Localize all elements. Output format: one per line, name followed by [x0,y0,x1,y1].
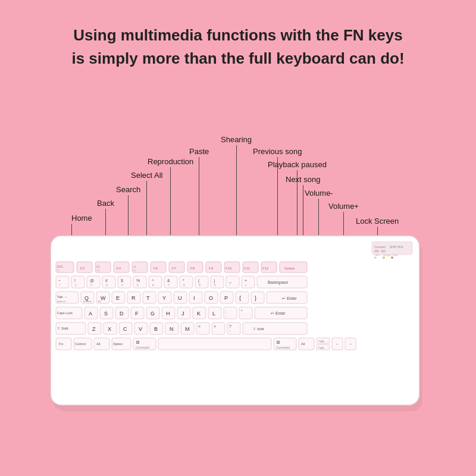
svg-text:Command: Command [136,346,149,349]
svg-text:R: R [131,295,136,301]
main-container: Using multimedia functions with the FN k… [0,0,476,476]
svg-text:⊙: ⊙ [133,265,136,268]
svg-text:Caps Lock: Caps Lock [57,311,73,315]
svg-rect-180 [158,338,271,350]
svg-text:F6: F6 [154,267,158,270]
svg-text:F3: F3 [96,269,99,272]
svg-text:E: E [116,295,120,301]
svg-text:A: A [89,311,92,317]
svg-text:G: G [151,311,155,317]
keyboard-svg: Connect SHIFT/FN CaPs Charge Power ESC F… [48,231,428,415]
svg-text::: : [226,309,227,314]
svg-text:$: $ [121,278,123,283]
svg-text:J: J [181,311,184,317]
svg-text:F5: F5 [133,269,136,272]
svg-text:L: L [212,311,215,317]
svg-rect-102 [189,292,202,303]
svg-rect-1 [51,236,419,405]
svg-text:⇧ Shift: ⇧ Shift [57,327,68,330]
svg-text:PgUp: PgUp [318,340,325,343]
svg-text:7: 7 [168,283,170,287]
svg-text:←: ← [336,342,339,346]
svg-text:~: ~ [58,278,61,283]
svg-text:>: > [214,324,216,328]
title-line2: is simply more than the full keyboard ca… [71,49,404,67]
svg-text:SHIFT/FN: SHIFT/FN [390,245,403,249]
svg-text:OS: OS [98,300,101,303]
svg-text:}: } [255,295,256,301]
svg-text:Connect: Connect [374,245,386,249]
svg-text:F10: F10 [226,267,232,270]
svg-rect-69 [195,276,208,288]
svg-text:F: F [135,311,139,317]
svg-text:M: M [185,326,190,332]
svg-text:Command: Command [276,346,290,349]
svg-text:6: 6 [152,283,154,287]
svg-text:.: . [214,329,215,333]
svg-text:#: # [105,278,108,283]
svg-rect-51 [102,276,115,288]
svg-rect-6 [381,250,386,252]
svg-text:F12: F12 [262,267,269,270]
svg-rect-45 [71,276,84,288]
svg-text:T: T [146,295,150,301]
svg-text:F2: F2 [80,267,85,270]
svg-text:2: 2 [90,283,92,287]
svg-text:': ' [242,314,242,318]
svg-rect-21 [114,262,129,273]
svg-text:+: + [245,278,247,283]
svg-text:8: 8 [183,283,185,287]
svg-text:%: % [136,278,140,283]
svg-text:&: & [167,278,170,283]
svg-text:): ) [214,278,215,283]
svg-text:⌘: ⌘ [276,340,280,345]
svg-text:Option: Option [113,342,123,346]
svg-text:V: V [139,326,142,332]
svg-text:?: ? [229,324,231,328]
svg-text:X: X [108,326,111,332]
svg-text:;: ; [226,314,227,318]
svg-text:H: H [166,311,170,317]
svg-text:→: → [349,342,352,346]
svg-text:<: < [198,324,201,328]
svg-text:B: B [154,326,158,332]
svg-text:Z: Z [92,326,96,332]
svg-point-12 [391,256,393,259]
svg-rect-5 [374,250,379,252]
svg-rect-63 [164,276,177,288]
svg-text:0: 0 [214,283,216,287]
svg-text:5: 5 [137,283,139,287]
svg-text:F11: F11 [244,267,250,270]
svg-text:4: 4 [121,283,123,287]
svg-text:1: 1 [75,283,77,287]
svg-text:Charge: Charge [383,253,391,256]
svg-rect-26 [151,262,166,273]
svg-text:S: S [104,311,108,317]
svg-text:⌘: ⌘ [136,340,140,345]
svg-text:{: { [239,295,241,301]
svg-text:CL: CL [96,265,101,268]
svg-rect-30 [187,262,203,273]
svg-text:Fn: Fn [59,342,63,346]
svg-text:K: K [197,311,201,317]
svg-text:!: ! [74,278,76,283]
svg-text:Delete: Delete [284,267,295,270]
svg-text:Alt: Alt [96,342,101,346]
svg-text:Control: Control [75,342,86,346]
svg-text:Alt: Alt [301,342,305,346]
svg-text:O: O [209,295,213,301]
svg-rect-60 [149,276,162,288]
svg-rect-75 [226,276,239,288]
svg-text:U: U [178,295,182,301]
svg-rect-110 [251,292,264,303]
svg-text:=: = [245,283,247,287]
svg-text:Tab →: Tab → [57,295,67,299]
svg-rect-32 [206,262,221,273]
svg-text:I: I [193,295,195,301]
title-section: Using multimedia functions with the FN k… [0,0,476,82]
title-text: Using multimedia functions with the FN k… [36,24,440,70]
svg-text:↵ Enter: ↵ Enter [271,311,286,315]
svg-text:⇧ Shift: ⇧ Shift [253,327,264,331]
svg-text:N: N [170,326,174,332]
svg-text:PgDn: PgDn [318,346,324,349]
